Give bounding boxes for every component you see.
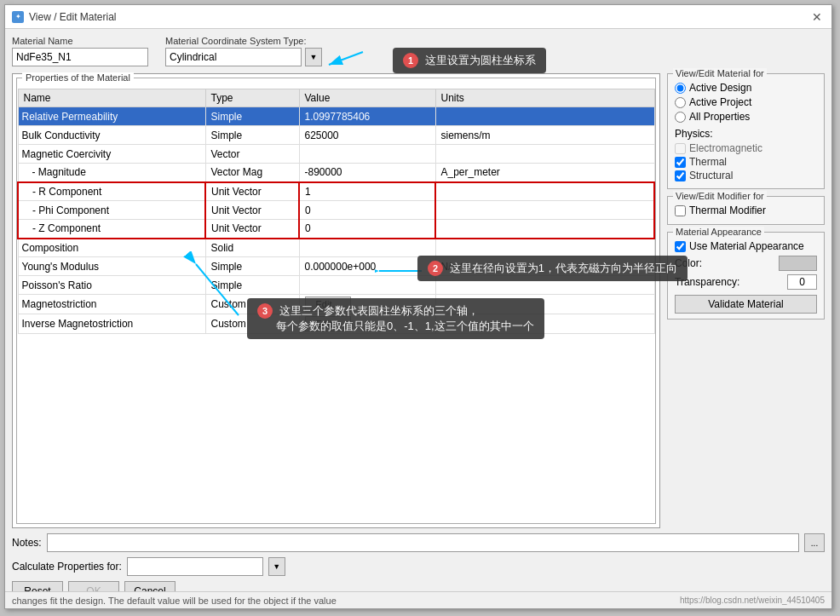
cell-type: Vector Mag: [205, 164, 299, 182]
color-label: Color:: [675, 257, 702, 269]
svg-line-1: [329, 52, 363, 65]
cell-name: Magnetostriction: [18, 295, 205, 314]
physics-structural-label: Structural: [689, 170, 733, 181]
table-row[interactable]: MagnetostrictionCustomEdit...: [18, 295, 654, 314]
table-row[interactable]: - R ComponentUnit Vector1: [18, 182, 654, 201]
cell-units: [435, 295, 654, 314]
edit-button[interactable]: Edit...: [305, 296, 351, 312]
table-row[interactable]: Young's ModulusSimple0.000000e+000N/m^2: [18, 257, 654, 276]
cell-name: - R Component: [18, 182, 205, 201]
properties-title-bar: Properties of the Material: [17, 78, 655, 89]
cell-units: A_per_meter: [435, 164, 654, 182]
cell-units: [435, 107, 654, 126]
main-window: ✦ View / Edit Material ✕ Material Name M…: [4, 4, 832, 609]
modifier-group: View/Edit Modifier for Thermal Modifier: [667, 196, 825, 225]
table-row[interactable]: - Z ComponentUnit Vector0: [18, 220, 654, 239]
radio-active-design-input[interactable]: [675, 83, 686, 94]
appearance-title: Material Appearance: [673, 227, 764, 237]
table-row[interactable]: Inverse MagnetostrictionCustomEdit...: [18, 314, 654, 334]
radio-all-properties-input[interactable]: [675, 112, 686, 123]
cell-value: 1: [299, 182, 435, 201]
cell-name: Poisson's Ratio: [18, 276, 205, 295]
cell-name: Relative Permeability: [18, 107, 205, 126]
table-row[interactable]: Magnetic CoercivityVector: [18, 145, 654, 164]
table-scroll[interactable]: Name Type Value Units Relative Permeabil…: [17, 89, 655, 523]
radio-active-project-label: Active Project: [689, 96, 751, 108]
thermal-modifier-checkbox[interactable]: [675, 205, 686, 216]
cell-name: - Phi Component: [18, 201, 205, 220]
top-row: Material Name Material Coordinate System…: [12, 36, 825, 66]
cell-name: Bulk Conductivity: [18, 126, 205, 145]
cell-value: 625000: [299, 126, 435, 145]
col-type: Type: [205, 89, 299, 107]
edit-button[interactable]: Edit...: [305, 316, 351, 331]
status-text: changes fit the design. The default valu…: [12, 596, 337, 606]
properties-panel: Properties of the Material Name Type Val…: [12, 73, 660, 528]
physics-structural-checkbox[interactable]: [675, 170, 686, 181]
calc-label: Calculate Properties for:: [12, 561, 122, 573]
cell-value: [299, 239, 435, 257]
properties-title: Properties of the Material: [22, 72, 134, 83]
radio-active-design[interactable]: Active Design: [675, 82, 817, 94]
table-row[interactable]: - Phi ComponentUnit Vector0: [18, 201, 654, 220]
cell-units: N/m^2: [435, 257, 654, 276]
table-row[interactable]: Poisson's RatioSimple: [18, 276, 654, 295]
window-title: View / Edit Material: [29, 11, 117, 23]
properties-table: Name Type Value Units Relative Permeabil…: [17, 89, 655, 334]
physics-electromagnetic-checkbox: [675, 143, 686, 154]
validate-button[interactable]: Validate Material: [675, 295, 817, 314]
coord-system-input[interactable]: [165, 48, 302, 66]
main-content: Properties of the Material Name Type Val…: [12, 73, 825, 528]
status-bar: changes fit the design. The default valu…: [5, 591, 831, 608]
use-appearance-row[interactable]: Use Material Appearance: [675, 240, 817, 252]
modifier-title: View/Edit Modifier for: [673, 191, 767, 201]
physics-thermal-checkbox[interactable]: [675, 157, 686, 168]
transparency-input[interactable]: [787, 274, 817, 290]
properties-border: Properties of the Material Name Type Val…: [16, 78, 656, 524]
title-bar: ✦ View / Edit Material ✕: [5, 5, 831, 29]
color-swatch[interactable]: [779, 256, 817, 271]
view-edit-group: View/Edit Material for Active Design Act…: [667, 73, 825, 189]
arrow-from-annotation2: [375, 262, 426, 279]
cell-type: Vector: [205, 145, 299, 164]
cell-name: - Magnitude: [18, 164, 205, 182]
radio-active-project[interactable]: Active Project: [675, 96, 817, 108]
notes-input[interactable]: [47, 533, 799, 552]
watermark: https://blog.csdn.net/weixin_44510405: [680, 596, 825, 605]
radio-active-design-label: Active Design: [689, 82, 751, 94]
use-appearance-checkbox[interactable]: [675, 241, 686, 252]
cell-value: Edit...: [299, 295, 435, 314]
physics-thermal[interactable]: Thermal: [675, 156, 817, 168]
use-appearance-label: Use Material Appearance: [689, 240, 804, 252]
radio-all-properties[interactable]: All Properties: [675, 111, 817, 123]
table-header-row: Name Type Value Units: [18, 89, 654, 107]
cell-value: [299, 145, 435, 164]
thermal-modifier-row[interactable]: Thermal Modifier: [675, 204, 817, 216]
material-name-group: Material Name: [12, 36, 148, 66]
physics-label: Physics:: [675, 128, 817, 140]
table-row[interactable]: - MagnitudeVector Mag-890000A_per_meter: [18, 164, 654, 182]
table-header: Name Type Value Units: [18, 89, 654, 107]
cell-units: [435, 201, 654, 220]
table-row[interactable]: CompositionSolid: [18, 239, 654, 257]
table-row[interactable]: Relative PermeabilitySimple1.0997785406: [18, 107, 654, 126]
close-button[interactable]: ✕: [809, 9, 825, 25]
material-name-label: Material Name: [12, 36, 148, 46]
cell-type: Unit Vector: [205, 182, 299, 201]
transparency-row: Transparency:: [675, 274, 817, 290]
table-row[interactable]: Bulk ConductivitySimple625000siemens/m: [18, 126, 654, 145]
cell-name: Inverse Magnetostriction: [18, 314, 205, 334]
window-body: Material Name Material Coordinate System…: [5, 29, 831, 608]
radio-active-project-input[interactable]: [675, 97, 686, 108]
notes-browse-button[interactable]: ...: [804, 533, 825, 552]
physics-section: Physics: Electromagnetic Thermal Structu…: [675, 128, 817, 181]
calc-select-input[interactable]: [127, 557, 263, 576]
calc-dropdown-arrow[interactable]: ▼: [268, 557, 285, 576]
material-name-input[interactable]: [12, 48, 148, 66]
cell-name: Magnetic Coercivity: [18, 145, 205, 164]
cell-type: Unit Vector: [205, 201, 299, 220]
physics-structural[interactable]: Structural: [675, 170, 817, 181]
cell-units: [435, 182, 654, 201]
cell-type: Simple: [205, 107, 299, 126]
cell-value: 0: [299, 220, 435, 239]
